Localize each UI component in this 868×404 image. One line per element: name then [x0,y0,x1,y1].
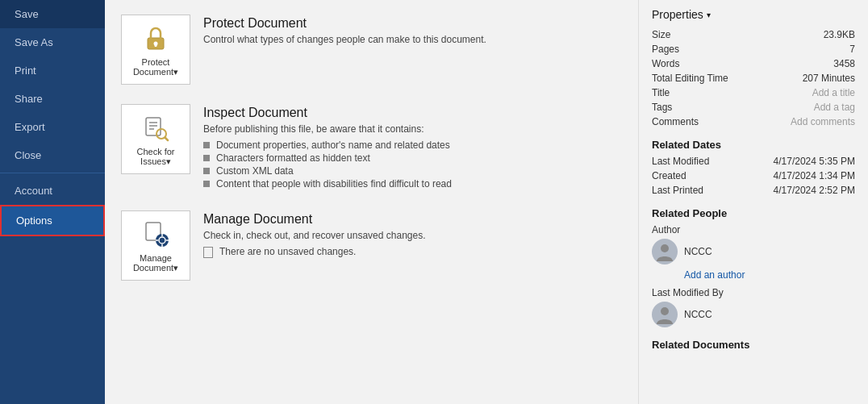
prop-size: Size 23.9KB [652,29,855,40]
sidebar-item-share[interactable]: Share [0,85,105,113]
prop-words: Words 3458 [652,58,855,69]
related-people-header: Related People [652,207,855,219]
list-item: Content that people with disabilities fi… [203,178,614,190]
protect-icon [140,22,172,54]
prop-editing-time: Total Editing Time 207 Minutes [652,73,855,84]
svg-point-16 [661,244,669,252]
prop-pages-value: 7 [724,44,855,55]
sidebar-item-account[interactable]: Account [0,177,105,205]
properties-header: Properties ▾ [652,8,855,21]
prop-title-value[interactable]: Add a title [724,87,855,98]
prop-editing-value: 207 Minutes [728,73,855,84]
inspect-list: Document properties, author's name and r… [203,140,614,190]
author-row: NCCC [652,239,855,264]
prop-size-value: 23.9KB [724,29,855,40]
prop-comments-label: Comments [652,116,724,127]
inspect-icon [140,111,172,144]
svg-point-17 [661,307,669,315]
inspect-document-section: Check forIssues▾ Inspect Document Before… [121,98,614,198]
sidebar-divider [0,173,105,173]
protect-info: Protect Document Control what types of c… [203,15,614,50]
related-documents-header: Related Documents [652,339,855,351]
list-item: Document properties, author's name and r… [203,140,614,151]
prop-words-value: 3458 [724,58,855,69]
prop-size-label: Size [652,29,724,40]
prop-tags: Tags Add a tag [652,102,855,113]
check-issues-button[interactable]: Check forIssues▾ [121,104,190,174]
prop-last-modified-label: Last Modified [652,156,724,167]
manage-icon [140,218,172,250]
prop-comments-value[interactable]: Add comments [724,116,855,127]
manage-description: Check in, check out, and recover unsaved… [203,230,614,241]
properties-panel: Properties ▾ Size 23.9KB Pages 7 Words 3… [638,0,868,404]
protect-document-button[interactable]: ProtectDocument▾ [121,15,190,85]
manage-info: Manage Document Check in, check out, and… [203,210,614,260]
list-item: There are no unsaved changes. [203,246,614,258]
prop-editing-label: Total Editing Time [652,73,728,84]
properties-title: Properties [652,8,703,21]
author-avatar [652,239,678,264]
inspect-info: Inspect Document Before publishing this … [203,104,614,191]
svg-rect-3 [146,118,161,135]
manage-title: Manage Document [203,212,614,227]
sidebar-item-export[interactable]: Export [0,113,105,141]
main-content: ProtectDocument▾ Protect Document Contro… [105,0,638,404]
manage-document-button[interactable]: ManageDocument▾ [121,210,190,281]
sidebar-item-save-as[interactable]: Save As [0,28,105,56]
prop-created-label: Created [652,170,724,181]
sidebar: Save Save As Print Share Export Close Ac… [0,0,105,404]
author-name: NCCC [684,246,712,257]
prop-last-printed-label: Last Printed [652,185,724,196]
properties-chevron-icon: ▾ [707,10,711,19]
protect-description: Control what types of changes people can… [203,34,614,45]
add-author-button[interactable]: Add an author [684,269,855,281]
prop-last-modified-value: 4/17/2024 5:35 PM [724,156,855,167]
list-item: Characters formatted as hidden text [203,152,614,164]
manage-icon-label: ManageDocument▾ [133,253,178,273]
prop-words-label: Words [652,58,724,69]
inspect-icon-label: Check forIssues▾ [136,147,174,167]
protect-document-section: ProtectDocument▾ Protect Document Contro… [121,8,614,91]
prop-created: Created 4/17/2024 1:34 PM [652,170,855,181]
prop-last-printed-value: 4/17/2024 2:52 PM [724,185,855,196]
list-item: Custom XML data [203,165,614,177]
sidebar-item-close[interactable]: Close [0,141,105,169]
prop-created-value: 4/17/2024 1:34 PM [724,170,855,181]
sidebar-item-save[interactable]: Save [0,0,105,28]
bullet-icon [203,181,210,187]
doc-icon [203,247,213,258]
inspect-description: Before publishing this file, be aware th… [203,123,614,135]
last-modified-by-row: NCCC [652,302,855,327]
last-modified-avatar [652,302,678,327]
prop-comments: Comments Add comments [652,116,855,127]
sidebar-item-print[interactable]: Print [0,56,105,85]
svg-rect-2 [155,44,157,47]
last-modified-by-name: NCCC [684,309,712,320]
manage-list: There are no unsaved changes. [203,246,614,258]
prop-last-modified: Last Modified 4/17/2024 5:35 PM [652,156,855,167]
prop-pages-label: Pages [652,44,724,55]
last-modified-by-label: Last Modified By [652,287,855,298]
inspect-title: Inspect Document [203,106,614,120]
prop-title: Title Add a title [652,87,855,98]
last-modified-avatar-icon [653,303,676,326]
prop-title-label: Title [652,87,724,98]
related-dates-header: Related Dates [652,139,855,151]
prop-tags-label: Tags [652,102,724,113]
prop-last-printed: Last Printed 4/17/2024 2:52 PM [652,185,855,196]
sidebar-item-options[interactable]: Options [0,205,105,236]
prop-tags-value[interactable]: Add a tag [724,102,855,113]
bullet-icon [203,155,210,161]
protect-icon-label: ProtectDocument▾ [133,57,178,77]
author-label: Author [652,224,855,235]
protect-title: Protect Document [203,16,614,31]
manage-document-section: ManageDocument▾ Manage Document Check in… [121,204,614,287]
svg-line-8 [165,138,169,141]
bullet-icon [203,142,210,148]
avatar-icon [653,240,676,263]
bullet-icon [203,168,210,174]
prop-pages: Pages 7 [652,44,855,55]
